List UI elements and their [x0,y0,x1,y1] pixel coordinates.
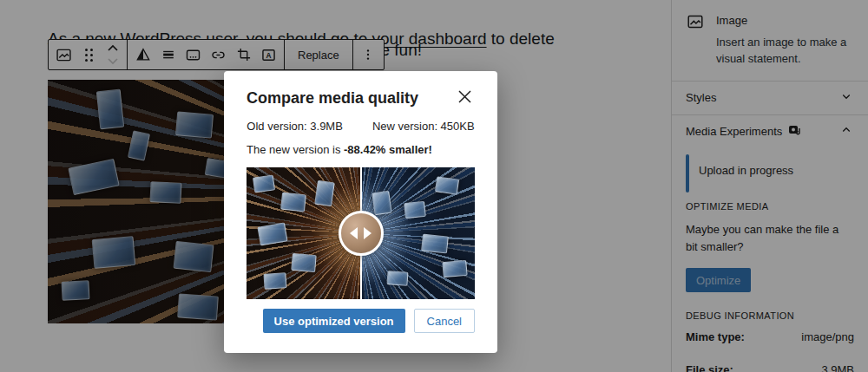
new-version-size: New version: 450KB [372,120,475,133]
before-after-comparison[interactable] [247,167,475,299]
modal-actions: Use optimized version Cancel [247,309,475,333]
old-version-size: Old version: 3.9MB [247,120,343,133]
close-modal-button[interactable] [454,88,475,108]
version-comparison-row: Old version: 3.9MB New version: 450KB [247,120,475,133]
close-icon [457,89,472,107]
cancel-button[interactable]: Cancel [414,309,475,333]
modal-header: Compare media quality [247,88,475,108]
savings-statement: The new version is -88.42% smaller! [247,143,475,156]
use-optimized-version-button[interactable]: Use optimized version [263,309,405,333]
comparison-slider-handle[interactable] [339,211,384,256]
savings-value: -88.42% smaller! [344,143,432,156]
savings-prefix: The new version is [247,143,344,156]
arrow-right-icon [364,227,372,239]
arrow-left-icon [350,227,358,239]
wordpress-editor-screen: As a new WordPress user, you should go t… [0,0,868,372]
modal-title: Compare media quality [247,89,418,108]
compare-media-quality-modal: Compare media quality Old version: 3.9MB… [224,71,497,353]
